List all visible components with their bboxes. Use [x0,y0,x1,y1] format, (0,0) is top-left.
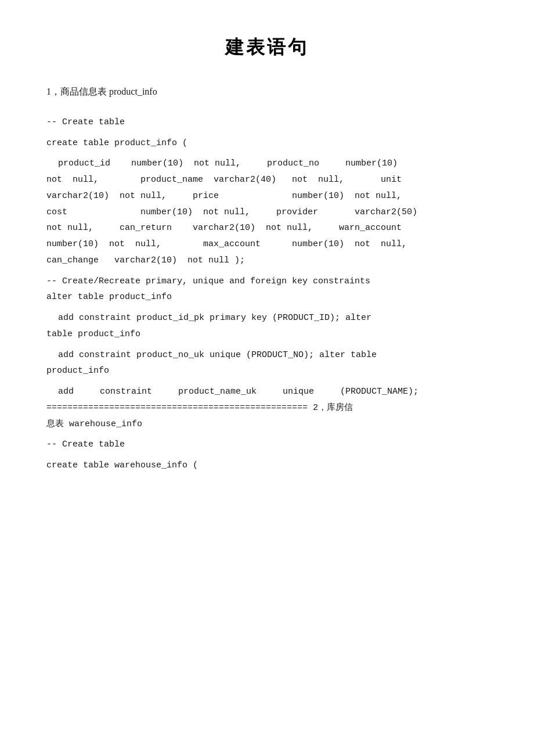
constraint-pk: add constraint product_id_pk primary key… [46,310,488,343]
constraints-comment: -- Create/Recreate primary, unique and f… [46,273,488,290]
alter-table-1: alter table product_info [46,289,488,305]
constraint-uk-name: add constraint product_name_uk unique (P… [46,384,488,432]
page-title: 建表语句 [46,35,488,60]
create-table-comment: -- Create table [46,114,488,131]
section-1-label: 1，商品信息表 product_info [46,84,488,100]
create-table-comment-2: -- Create table [46,437,488,453]
constraint-uk-no: add constraint product_no_uk unique (PRO… [46,347,488,380]
column-definitions: product_id number(10) not null, product_… [46,156,488,268]
create-table-warehouse: create table warehouse_info ( [46,458,488,474]
main-content: 1，商品信息表 product_info -- Create table cre… [46,84,488,474]
create-table-stmt: create table product_info ( [46,135,488,152]
